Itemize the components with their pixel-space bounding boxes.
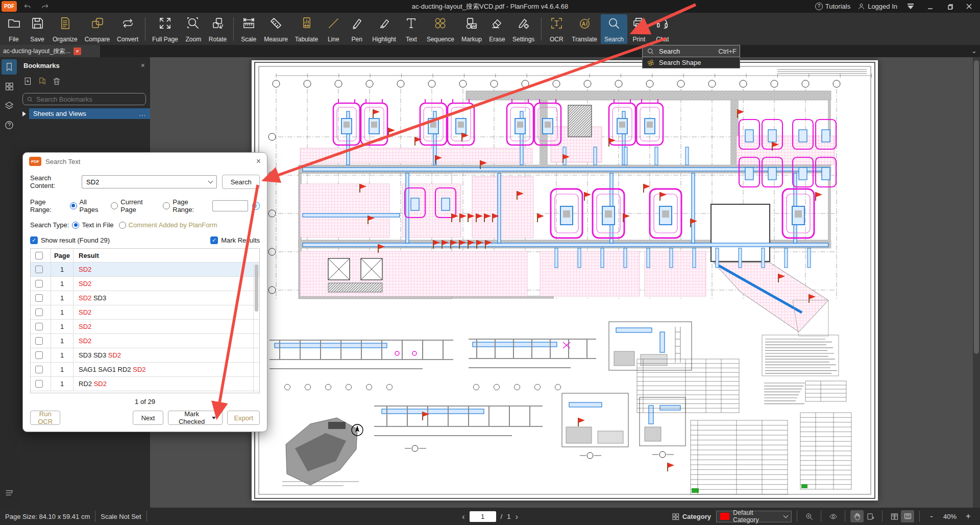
toolbar-erase[interactable]: Erase [485, 14, 509, 44]
menu-item-search[interactable]: Search Ctrl+F [643, 45, 740, 57]
row-checkbox[interactable] [35, 308, 43, 316]
bookmark-search-input[interactable] [36, 96, 138, 103]
toolbar-line[interactable]: Line [322, 14, 345, 44]
show-result-checkbox[interactable]: ✓ [30, 236, 38, 244]
rail-list-button[interactable] [2, 485, 17, 500]
toolbar-print[interactable]: Print [627, 14, 651, 44]
highlight-icon [377, 16, 391, 30]
row-checkbox[interactable] [35, 380, 43, 388]
toolbar-settings[interactable]: Settings [509, 14, 538, 44]
toolbar-search[interactable]: Search [601, 14, 627, 44]
table-row[interactable]: 1 SAG1 SAG1 RD2 SD2 [31, 363, 259, 377]
toolbar-highlight[interactable]: Highlight [369, 14, 400, 44]
next-button[interactable]: Next [133, 411, 163, 425]
table-row[interactable]: 1 SD2 [31, 334, 259, 348]
table-row[interactable]: 1 RD2 SD2 [31, 377, 259, 391]
toolbar-text[interactable]: Text [400, 14, 423, 44]
results-header-row: Page Result [31, 249, 259, 262]
table-row[interactable]: 1 SD2 [31, 305, 259, 320]
document-canvas[interactable] [150, 57, 980, 508]
dialog-title-bar[interactable]: PDF Search Text × [23, 153, 267, 170]
restore-button[interactable] [943, 2, 955, 12]
canvas-scrollbar[interactable] [973, 57, 980, 508]
toolbar-organize[interactable]: Organize [49, 14, 81, 44]
table-row[interactable]: 1 SD2 SD3 [31, 291, 259, 305]
toolbar-markup[interactable]: Markup [458, 14, 485, 44]
table-row[interactable]: 1 SD2 [31, 320, 259, 334]
row-checkbox[interactable] [35, 294, 43, 302]
tab-overflow-icon[interactable]: ⌄ [971, 47, 977, 55]
next-page-icon[interactable]: › [515, 512, 518, 521]
pdf-page[interactable] [252, 60, 878, 500]
undo-icon[interactable] [21, 2, 34, 12]
minimize-button[interactable] [924, 2, 936, 12]
chevron-down-icon[interactable] [208, 179, 213, 184]
toolbar-compare[interactable]: Compare [81, 14, 113, 44]
delete-bookmark-icon[interactable] [52, 77, 61, 88]
menu-item-search-shape[interactable]: Search Shape [643, 57, 740, 68]
toolbar-full-page[interactable]: Full Page [149, 14, 182, 44]
tutorials-link[interactable]: ? Tutorials [815, 3, 850, 10]
toolbar-save[interactable]: Save [26, 14, 49, 44]
mark-results-checkbox[interactable]: ✓ [210, 236, 218, 244]
dialog-search-button[interactable]: Search [222, 175, 260, 189]
search-content-input[interactable] [86, 178, 199, 186]
toolbar-tabulate[interactable]: Tabulate [291, 14, 322, 44]
help-icon [4, 120, 14, 130]
row-checkbox[interactable] [35, 280, 43, 288]
toolbar-translate[interactable]: Translate [568, 14, 601, 44]
radio-page-range[interactable] [163, 202, 170, 209]
toolbar-chat[interactable]: Chat [651, 14, 674, 44]
toolbar-convert[interactable]: Convert [113, 14, 142, 44]
document-tab[interactable]: ac-ducting-layout_搜索... × [0, 45, 100, 57]
run-ocr-button[interactable]: Run OCR [30, 411, 60, 425]
row-checkbox[interactable] [35, 337, 43, 345]
page-range-input[interactable] [212, 200, 248, 211]
radio-comment[interactable] [119, 222, 126, 229]
toolbar-rotate[interactable]: Rotate [205, 14, 230, 44]
radio-all-pages[interactable] [70, 202, 77, 209]
row-checkbox[interactable] [35, 351, 43, 359]
table-scrollbar[interactable] [253, 262, 259, 393]
table-row[interactable]: 1 SD2 [31, 262, 259, 277]
info-icon[interactable]: i [252, 202, 260, 210]
bookmark-flag-icon[interactable] [38, 77, 47, 88]
more-icon[interactable]: ... [139, 110, 146, 117]
table-row[interactable]: 1 SD2 [31, 277, 259, 291]
panel-close-icon[interactable]: × [141, 61, 145, 69]
page-number-input[interactable] [470, 511, 496, 522]
dialog-close-icon[interactable]: × [256, 157, 261, 166]
bookmark-tree-item[interactable]: Sheets and Views ... [18, 108, 150, 119]
rail-thumbnails-button[interactable] [2, 79, 17, 94]
rail-bookmarks-button[interactable] [2, 59, 17, 75]
select-all-checkbox[interactable] [35, 252, 43, 259]
close-button[interactable] [963, 2, 975, 12]
toolbar-sequence[interactable]: Sequence [423, 14, 458, 44]
ribbon-collapse-button[interactable] [904, 2, 917, 12]
row-checkbox[interactable] [35, 266, 43, 273]
radio-text-in-file[interactable] [72, 222, 79, 229]
add-bookmark-icon[interactable] [23, 77, 33, 88]
rail-help-button[interactable] [2, 117, 17, 133]
radio-current-page[interactable] [111, 202, 118, 209]
logged-in-link[interactable]: Logged In [857, 3, 897, 10]
row-checkbox[interactable] [35, 323, 43, 330]
row-checkbox[interactable] [35, 366, 43, 373]
table-row[interactable]: 1 SD3 SD3 SD2 [31, 348, 259, 363]
toolbar-zoom[interactable]: Zoom [182, 14, 205, 44]
toolbar-file[interactable]: File [2, 14, 26, 44]
toolbar-pen[interactable]: Pen [345, 14, 369, 44]
export-button[interactable]: Export [227, 411, 260, 425]
toolbar-scale[interactable]: Scale [237, 14, 260, 44]
tab-close-icon[interactable]: × [74, 47, 81, 55]
rail-layers-button[interactable] [2, 98, 17, 113]
bookmark-search-box[interactable] [22, 93, 146, 105]
toolbar-measure[interactable]: Measure [260, 14, 291, 44]
expand-arrow-icon[interactable] [22, 111, 26, 116]
prev-page-icon[interactable]: ‹ [462, 512, 465, 521]
toolbar-ocr[interactable]: OCR [545, 14, 568, 44]
search-content-combo[interactable] [82, 175, 217, 188]
redo-icon[interactable] [38, 2, 52, 12]
scrollbar-thumb[interactable] [974, 60, 979, 354]
mark-checked-button[interactable]: Mark Checked [168, 411, 223, 425]
